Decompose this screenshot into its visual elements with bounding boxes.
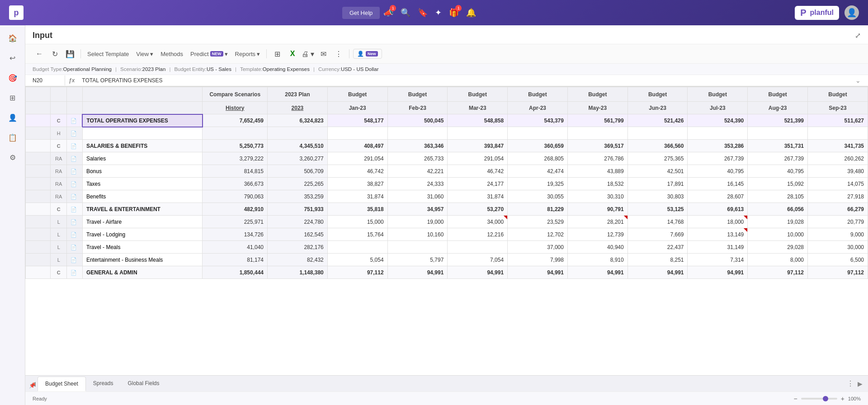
data-cell[interactable]: 94,991	[567, 266, 627, 279]
data-cell[interactable]: 30,000	[808, 241, 868, 254]
data-cell[interactable]: 37,000	[508, 241, 568, 254]
data-cell[interactable]: 511,627	[808, 114, 868, 127]
data-cell[interactable]: 28,105	[748, 190, 808, 203]
data-cell[interactable]: 81,174	[203, 254, 268, 266]
data-cell[interactable]: 41,040	[203, 241, 268, 254]
row-name-cell[interactable]: Travel - Lodging	[82, 228, 203, 241]
tab-spreads[interactable]: Spreads	[86, 377, 121, 391]
data-cell[interactable]	[387, 127, 448, 140]
sidebar-target-icon[interactable]: 🎯	[4, 69, 22, 87]
data-cell[interactable]	[327, 241, 387, 254]
data-cell[interactable]	[203, 127, 268, 140]
row-name-cell[interactable]: Travel - Airfare	[82, 216, 203, 228]
data-cell[interactable]: 42,501	[627, 165, 688, 178]
data-cell[interactable]: 40,795	[688, 165, 748, 178]
data-cell[interactable]: 97,112	[327, 266, 387, 279]
data-cell[interactable]	[567, 127, 627, 140]
data-cell[interactable]: 7,314	[688, 254, 748, 266]
data-cell[interactable]: 22,437	[627, 241, 688, 254]
data-cell[interactable]: 12,216	[448, 228, 508, 241]
data-cell[interactable]: 561,799	[567, 114, 627, 127]
data-cell[interactable]: 69,613	[688, 203, 748, 216]
data-cell[interactable]: 27,918	[808, 190, 868, 203]
data-cell[interactable]: 225,971	[203, 216, 268, 228]
row-name-cell[interactable]: GENERAL & ADMIN	[82, 266, 203, 279]
data-cell[interactable]: 1,850,444	[203, 266, 268, 279]
data-cell[interactable]: 162,545	[268, 228, 328, 241]
data-cell[interactable]: 38,827	[327, 178, 387, 190]
data-cell[interactable]: 39,480	[808, 165, 868, 178]
print-button[interactable]: 🖨 ▾	[301, 47, 315, 61]
app-icon[interactable]: p	[9, 5, 24, 20]
data-cell[interactable]: 521,399	[748, 114, 808, 127]
data-cell[interactable]: 5,250,773	[203, 140, 268, 152]
data-cell[interactable]: 267,739	[688, 152, 748, 165]
data-cell[interactable]: 24,177	[448, 178, 508, 190]
data-cell[interactable]	[448, 241, 508, 254]
data-cell[interactable]: 53,270	[448, 203, 508, 216]
data-cell[interactable]: 265,733	[387, 152, 448, 165]
data-cell[interactable]: 17,891	[627, 178, 688, 190]
formula-expand-icon[interactable]: ⌄	[852, 75, 864, 86]
tab-global-fields[interactable]: Global Fields	[120, 377, 166, 391]
sidebar-clipboard-icon[interactable]: 📋	[4, 128, 22, 146]
formula-content[interactable]: TOTAL OPERATING EXPENSES	[78, 75, 852, 85]
data-cell[interactable]: 506,709	[268, 165, 328, 178]
data-cell[interactable]: 4,345,510	[268, 140, 328, 152]
sidebar-user-icon[interactable]: 👤	[4, 108, 22, 127]
row-name-cell[interactable]: Travel - Meals	[82, 241, 203, 254]
get-help-button[interactable]: Get Help	[342, 7, 380, 19]
grid-view-button[interactable]: ⊞	[270, 47, 284, 61]
data-cell[interactable]: 13,149	[688, 228, 748, 241]
data-cell[interactable]: 35,818	[327, 203, 387, 216]
data-cell[interactable]: 751,933	[268, 203, 328, 216]
data-cell[interactable]: 46,742	[448, 165, 508, 178]
data-cell[interactable]: 225,265	[268, 178, 328, 190]
data-cell[interactable]: 224,780	[268, 216, 328, 228]
data-cell[interactable]: 19,000	[387, 216, 448, 228]
data-cell[interactable]: 53,125	[627, 203, 688, 216]
data-cell[interactable]: 268,805	[508, 152, 568, 165]
data-cell[interactable]: 15,000	[327, 216, 387, 228]
data-cell[interactable]: 42,221	[387, 165, 448, 178]
data-cell[interactable]: 341,735	[808, 140, 868, 152]
data-cell[interactable]: 15,092	[748, 178, 808, 190]
data-cell[interactable]: 363,346	[387, 140, 448, 152]
tab-scroll-right[interactable]: ▶	[858, 380, 863, 387]
row-name-cell[interactable]: SALARIES & BENEFITS	[82, 140, 203, 152]
data-cell[interactable]: 8,910	[567, 254, 627, 266]
data-cell[interactable]: 548,177	[327, 114, 387, 127]
data-cell[interactable]: 14,075	[808, 178, 868, 190]
data-cell[interactable]: 548,858	[448, 114, 508, 127]
data-cell[interactable]: 40,795	[748, 165, 808, 178]
data-cell[interactable]: 94,991	[387, 266, 448, 279]
methods-button[interactable]: Methods	[158, 49, 186, 59]
data-cell[interactable]: 260,262	[808, 152, 868, 165]
sidebar-settings-icon[interactable]: ⚙	[4, 148, 22, 166]
data-cell[interactable]: 291,054	[327, 152, 387, 165]
data-cell[interactable]: 393,847	[448, 140, 508, 152]
data-cell[interactable]: 6,500	[808, 254, 868, 266]
data-cell[interactable]: 82,432	[268, 254, 328, 266]
data-cell[interactable]: 90,791	[567, 203, 627, 216]
data-cell[interactable]: 94,991	[627, 266, 688, 279]
save-button[interactable]: 💾	[63, 47, 77, 61]
data-cell[interactable]: 7,669	[627, 228, 688, 241]
row-name-cell[interactable]: Entertainment - Business Meals	[82, 254, 203, 266]
data-cell[interactable]	[688, 127, 748, 140]
data-cell[interactable]: 30,310	[567, 190, 627, 203]
data-cell[interactable]	[268, 127, 328, 140]
data-cell[interactable]: 1,148,380	[268, 266, 328, 279]
data-cell[interactable]: 353,259	[268, 190, 328, 203]
row-name-cell[interactable]: TRAVEL & ENTERTAINMENT	[82, 203, 203, 216]
expand-icon[interactable]: ⤢	[855, 31, 861, 40]
data-cell[interactable]: 3,260,277	[268, 152, 328, 165]
sidebar-home-icon[interactable]: 🏠	[4, 29, 22, 47]
data-cell[interactable]	[327, 127, 387, 140]
data-cell[interactable]: 7,652,459	[203, 114, 268, 127]
data-cell[interactable]: 521,426	[627, 114, 688, 127]
data-cell[interactable]: 5,054	[327, 254, 387, 266]
data-cell[interactable]: 12,739	[567, 228, 627, 241]
data-cell[interactable]: 369,517	[567, 140, 627, 152]
data-cell[interactable]: 94,991	[448, 266, 508, 279]
